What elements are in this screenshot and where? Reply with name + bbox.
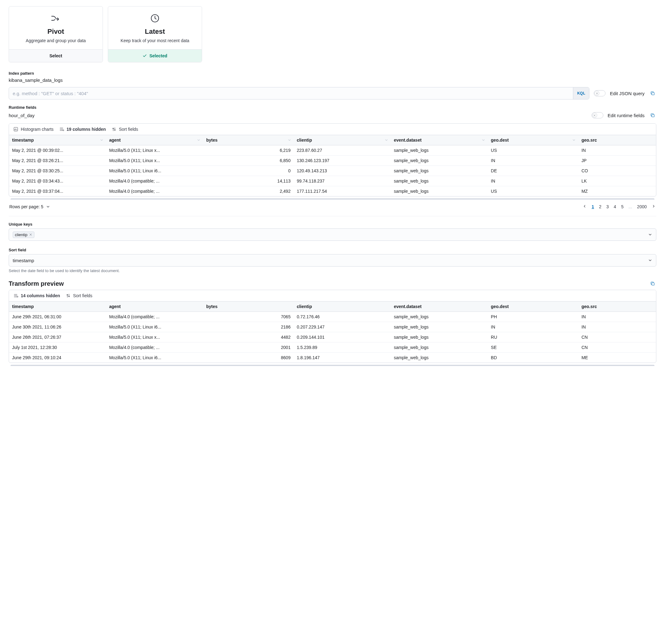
switch-knob	[592, 113, 597, 118]
page-3[interactable]: 3	[606, 204, 609, 209]
table-row[interactable]: May 2, 2021 @ 03:26:21...Mozilla/5.0 (X1…	[9, 156, 656, 166]
close-icon[interactable]	[29, 233, 32, 236]
pivot-card[interactable]: Pivot Aggregate and group your data Sele…	[9, 6, 103, 62]
cell-clientip: 177.111.217.54	[294, 186, 391, 196]
cell-dest: IN	[488, 176, 578, 186]
unique-keys-select[interactable]: clientip	[9, 228, 656, 241]
cell-dest: US	[488, 145, 578, 156]
table-row[interactable]: May 2, 2021 @ 03:34:43...Mozilla/4.0 (co…	[9, 176, 656, 186]
cell-bytes: 6,219	[203, 145, 293, 156]
next-page-button[interactable]	[652, 204, 656, 209]
source-pager: Rows per page: 5 1 2 3 4 5 ... 2000	[9, 201, 656, 210]
unique-key-chip[interactable]: clientip	[13, 231, 34, 238]
edit-runtime-switch[interactable]	[592, 112, 603, 118]
query-box[interactable]: KQL	[9, 87, 589, 99]
transform-sort-button[interactable]: Sort fields	[66, 293, 92, 298]
sort-icon	[66, 293, 71, 298]
th-agent-label: agent	[109, 304, 120, 309]
cell-bytes: 6,850	[203, 156, 293, 166]
rows-per-page-button[interactable]: Rows per page: 5	[9, 204, 50, 209]
th-timestamp[interactable]: timestamp	[9, 302, 106, 312]
page-last[interactable]: 2000	[637, 204, 647, 209]
cell-agent: Mozilla/5.0 (X11; Linux i6...	[106, 166, 203, 176]
unique-keys-label: Unique keys	[9, 222, 656, 227]
cell-clientip: 1.5.239.89	[294, 342, 391, 353]
table-row[interactable]: June 29th 2021, 06:31:00Mozilla/4.0 (com…	[9, 312, 656, 322]
table-row[interactable]: July 1st 2021, 12:28:30Mozilla/4.0 (comp…	[9, 342, 656, 353]
header-clientip[interactable]: clientip	[294, 135, 391, 145]
th-clientip[interactable]: clientip	[294, 302, 391, 312]
cell-bytes: 0	[203, 166, 293, 176]
table-row[interactable]: June 29th 2021, 09:10:24Mozilla/5.0 (X11…	[9, 353, 656, 363]
chevron-down-icon	[288, 138, 291, 142]
cell-clientip: 223.87.60.27	[294, 145, 391, 156]
header-timestamp[interactable]: timestamp	[9, 135, 106, 145]
edit-json-switch[interactable]	[594, 90, 606, 96]
th-bytes[interactable]: bytes	[203, 302, 293, 312]
table-row[interactable]: June 26th 2021, 07:26:37Mozilla/5.0 (X11…	[9, 332, 656, 342]
latest-selected-label: Selected	[149, 53, 167, 58]
page-2[interactable]: 2	[599, 204, 602, 209]
latest-desc: Keep track of your most recent data	[120, 38, 189, 43]
header-geo-src[interactable]: geo.src	[578, 135, 656, 145]
th-event[interactable]: event.dataset	[391, 302, 488, 312]
copy-transform-button[interactable]	[649, 280, 656, 287]
copy-json-button[interactable]	[649, 90, 656, 97]
kql-input[interactable]	[9, 88, 573, 99]
th-src-label: geo.src	[581, 304, 597, 309]
latest-card-body: Latest Keep track of your most recent da…	[108, 6, 202, 49]
header-agent[interactable]: agent	[106, 135, 203, 145]
cell-bytes: 7065	[203, 312, 293, 322]
table-row[interactable]: June 30th 2021, 11:06:26Mozilla/5.0 (X11…	[9, 322, 656, 332]
sort-icon	[112, 127, 116, 132]
cell-src: IN	[578, 312, 656, 322]
sort-field-select[interactable]: timestamp	[9, 254, 656, 267]
cell-timestamp: May 2, 2021 @ 03:30:25...	[9, 166, 106, 176]
horizontal-scrollbar[interactable]	[11, 198, 654, 201]
header-event-dataset[interactable]: event.dataset	[391, 135, 488, 145]
header-agent-label: agent	[109, 138, 120, 143]
header-bytes[interactable]: bytes	[203, 135, 293, 145]
cell-src: LK	[578, 176, 656, 186]
cell-clientip: 0.72.176.46	[294, 312, 391, 322]
page-4[interactable]: 4	[614, 204, 616, 209]
sort-field-section: Sort field timestamp Select the date fie…	[9, 248, 656, 273]
cell-event: sample_web_logs	[391, 156, 488, 166]
header-src-label: geo.src	[581, 138, 597, 143]
unique-keys-section: Unique keys clientip	[9, 222, 656, 241]
table-row[interactable]: May 2, 2021 @ 00:39:02...Mozilla/5.0 (X1…	[9, 145, 656, 156]
copy-runtime-button[interactable]	[649, 112, 656, 119]
copy-icon	[650, 113, 655, 118]
th-agent[interactable]: agent	[106, 302, 203, 312]
prev-page-button[interactable]	[583, 204, 587, 209]
table-row[interactable]: May 2, 2021 @ 03:37:04...Mozilla/4.0 (co…	[9, 186, 656, 196]
latest-title: Latest	[145, 27, 165, 36]
cell-dest: IN	[488, 156, 578, 166]
cell-dest: US	[488, 186, 578, 196]
sort-fields-button[interactable]: Sort fields	[112, 127, 138, 132]
histogram-toggle[interactable]: Histogram charts	[13, 127, 54, 132]
chevron-right-icon	[652, 204, 656, 208]
th-src[interactable]: geo.src	[578, 302, 656, 312]
rows-per-page-label: Rows per page: 5	[9, 204, 43, 209]
latest-selected-footer[interactable]: Selected	[108, 49, 202, 62]
table-row[interactable]: May 2, 2021 @ 03:30:25...Mozilla/5.0 (X1…	[9, 166, 656, 176]
page-1[interactable]: 1	[592, 204, 594, 209]
pivot-card-body: Pivot Aggregate and group your data	[9, 6, 102, 49]
pivot-select-button[interactable]: Select	[9, 49, 102, 62]
chevron-down-icon	[384, 138, 388, 142]
unique-key-chip-label: clientip	[15, 232, 27, 237]
horizontal-scrollbar[interactable]	[11, 365, 654, 367]
latest-card[interactable]: Latest Keep track of your most recent da…	[108, 6, 202, 62]
th-dest[interactable]: geo.dest	[488, 302, 578, 312]
cell-timestamp: June 30th 2021, 11:06:26	[9, 322, 106, 332]
transform-columns-button[interactable]: 14 columns hidden	[13, 293, 60, 298]
page-5[interactable]: 5	[621, 204, 624, 209]
kql-badge[interactable]: KQL	[573, 88, 589, 99]
columns-hidden-button[interactable]: 19 columns hidden	[59, 127, 106, 132]
chevron-down-icon	[648, 258, 652, 263]
header-geo-dest[interactable]: geo.dest	[488, 135, 578, 145]
th-dest-label: geo.dest	[491, 304, 509, 309]
th-timestamp-label: timestamp	[12, 304, 34, 309]
cell-clientip: 120.49.143.213	[294, 166, 391, 176]
